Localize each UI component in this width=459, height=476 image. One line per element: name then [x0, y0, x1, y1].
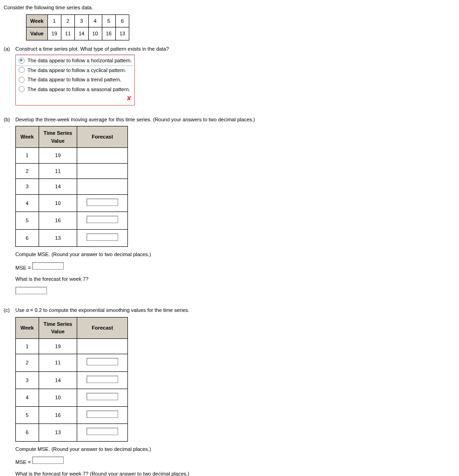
table-row: 119 [16, 148, 128, 164]
table-row: 211 [16, 163, 128, 179]
forecast-input-c2[interactable] [86, 358, 118, 365]
option-text: The data appear to follow a cyclical pat… [27, 66, 126, 74]
col-ts-value: Time SeriesValue [39, 126, 77, 148]
col-forecast: Forecast [77, 317, 128, 338]
data-week-3: 3 [75, 14, 88, 27]
part-b-label: (b) [4, 116, 14, 124]
part-a-option-3[interactable]: The data appear to follow a trend patter… [16, 75, 134, 85]
data-value-2: 11 [61, 27, 75, 40]
mse-label: MSE = [15, 265, 31, 271]
data-value-6: 13 [116, 27, 129, 40]
mse-input-c[interactable] [32, 456, 64, 464]
table-row: 516 [16, 212, 128, 230]
part-b: (b) Develop the three-week moving averag… [4, 116, 459, 297]
radio-icon[interactable] [19, 58, 25, 64]
part-a: (a) Construct a time series plot. What t… [4, 45, 459, 106]
data-week-6: 6 [116, 14, 129, 27]
table-row: 613 [16, 424, 128, 442]
part-c-prompt: Use α = 0.2 to compute the exponential s… [15, 307, 189, 313]
forecast-input-c3[interactable] [86, 376, 118, 383]
option-text: The data appear to follow a horizontal p… [27, 57, 132, 65]
data-week-1: 1 [47, 14, 61, 27]
data-week-4: 4 [88, 14, 102, 27]
week7-input-b[interactable] [15, 287, 47, 294]
part-c-label: (c) [4, 306, 14, 314]
part-c: (c) Use α = 0.2 to compute the exponenti… [4, 306, 459, 476]
incorrect-x-icon: ✘ [16, 94, 134, 104]
data-value-1: 19 [47, 27, 61, 40]
data-value-5: 16 [102, 27, 115, 40]
data-week-2: 2 [61, 14, 75, 27]
table-row: 410 [16, 389, 128, 407]
option-text: The data appear to follow a seasonal pat… [27, 86, 130, 93]
option-text: The data appear to follow a trend patter… [27, 76, 121, 84]
part-a-option-1[interactable]: The data appear to follow a horizontal p… [16, 56, 134, 66]
forecast-input-b4[interactable] [86, 198, 118, 206]
forecast-input-c5[interactable] [86, 410, 118, 418]
table-row: 314 [16, 371, 128, 389]
table-row: 314 [16, 179, 128, 195]
mse-label: MSE = [15, 459, 31, 465]
forecast-input-b5[interactable] [86, 216, 118, 223]
forecast-input-c4[interactable] [86, 393, 118, 400]
forecast-input-b6[interactable] [86, 233, 118, 241]
col-week: Week [16, 317, 39, 338]
data-row-label-week: Week [27, 14, 48, 27]
part-a-label: (a) [4, 45, 14, 53]
data-value-3: 14 [75, 27, 88, 40]
intro-text: Consider the following time series data. [4, 4, 459, 12]
radio-icon[interactable] [19, 67, 25, 73]
part-a-option-2[interactable]: The data appear to follow a cyclical pat… [16, 66, 134, 75]
col-forecast: Forecast [77, 126, 128, 148]
part-b-mse-prompt: Compute MSE. (Round your answer to two d… [15, 251, 452, 258]
part-a-option-4[interactable]: The data appear to follow a seasonal pat… [16, 85, 134, 94]
col-ts-value: Time SeriesValue [39, 317, 77, 338]
mse-input-b[interactable] [32, 262, 64, 270]
part-b-prompt: Develop the three-week moving average fo… [15, 117, 255, 122]
table-row: 119 [16, 338, 128, 354]
part-b-table: Week Time SeriesValue Forecast 119 211 3… [15, 126, 128, 247]
radio-icon[interactable] [19, 86, 25, 92]
table-row: 516 [16, 406, 128, 424]
part-c-mse-prompt: Compute MSE. (Round your answer to two d… [15, 445, 452, 453]
forecast-input-c6[interactable] [86, 428, 118, 435]
col-week: Week [16, 126, 39, 148]
part-c-table: Week Time SeriesValue Forecast 119 211 3… [15, 317, 128, 442]
part-b-q2: What is the forecast for week 7? [15, 275, 452, 283]
part-c-q2: What is the forecast for week 7? (Round … [15, 470, 452, 476]
table-row: 410 [16, 194, 128, 212]
data-week-5: 5 [102, 14, 115, 27]
radio-icon[interactable] [19, 77, 25, 83]
table-row: 211 [16, 354, 128, 372]
part-a-prompt: Construct a time series plot. What type … [15, 46, 169, 52]
data-table: Week 1 2 3 4 5 6 Value 19 11 14 10 16 13 [26, 14, 129, 40]
table-row: 613 [16, 229, 128, 247]
data-value-4: 10 [88, 27, 102, 40]
data-row-label-value: Value [27, 27, 48, 40]
part-a-option-box: The data appear to follow a horizontal p… [15, 54, 135, 106]
